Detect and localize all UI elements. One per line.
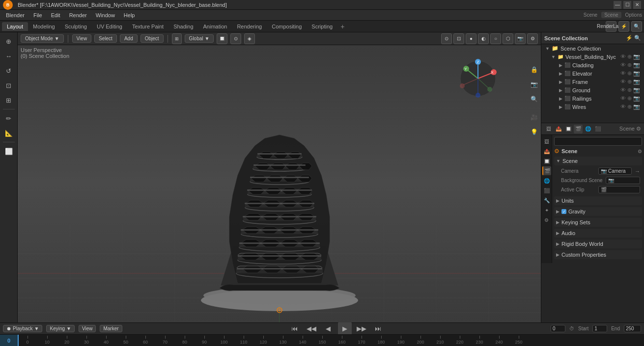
cladding-eye-icon[interactable]: 👁 [620, 62, 626, 68]
viewport-camera-button[interactable]: 📷 [515, 33, 526, 44]
outliner-item-railings[interactable]: ▶ ⬛ Railings 👁 ⊕ 📷 [541, 94, 644, 103]
object-menu-button[interactable]: Object [140, 34, 164, 43]
wires-pointer-icon[interactable]: ⊕ [627, 104, 632, 110]
select-menu-button[interactable]: Select [94, 34, 117, 43]
next-keyframe-button[interactable]: ▶▶ [355, 322, 368, 336]
rigid-body-header[interactable]: ▶ Rigid Body World [554, 240, 642, 248]
render-props-button[interactable]: 🖼 [544, 125, 553, 133]
object-props-button[interactable]: ⬛ [593, 125, 602, 133]
current-frame-input[interactable] [551, 325, 565, 332]
tab-texture-paint[interactable]: Texture Paint [127, 22, 168, 31]
transform-tool-button[interactable]: ⊞ [2, 93, 16, 107]
railings-eye-icon[interactable]: 👁 [620, 95, 626, 102]
menu-render[interactable]: Render [65, 11, 91, 19]
elevator-eye-icon[interactable]: 👁 [620, 70, 626, 77]
keying-button[interactable]: Keying ▼ [46, 325, 74, 332]
outliner-item-frame[interactable]: ▶ ⬛ Frame 👁 ⊕ 📷 [541, 78, 644, 86]
tab-animation[interactable]: Animation [198, 22, 232, 31]
maximize-button[interactable]: ☐ [623, 1, 631, 9]
output-props-button[interactable]: 📤 [554, 125, 563, 133]
zoom-button[interactable]: 🔍 [527, 92, 541, 106]
props-search-input[interactable] [554, 137, 642, 146]
outliner-filter-button[interactable]: ⚡ [626, 35, 633, 41]
navigation-gizmo[interactable]: X Y Z [458, 59, 498, 98]
keying-sets-header[interactable]: ▶ Keying Sets [554, 218, 642, 227]
filter-icon[interactable]: ⚡ [618, 21, 629, 32]
lamp-button[interactable]: 💡 [527, 125, 541, 139]
marker-button[interactable]: Marker [100, 325, 122, 332]
scene-icon-btn[interactable]: 🎬 [542, 166, 551, 175]
viewport-shading-extra[interactable]: ⬡ [503, 33, 513, 44]
menu-blender[interactable]: Blender [2, 11, 28, 19]
close-button[interactable]: ✕ [633, 1, 641, 9]
cursor-tool-button[interactable]: ⊕ [2, 34, 16, 48]
menu-edit[interactable]: Edit [47, 11, 64, 19]
tab-rendering[interactable]: Rendering [232, 22, 267, 31]
wires-render-icon[interactable]: 📷 [633, 104, 640, 110]
proportional-edit-button[interactable]: ⊙ [230, 33, 241, 44]
transform-icon[interactable]: ⊞ [172, 33, 182, 44]
particle-icon-btn[interactable]: ✦ [542, 206, 551, 214]
vessel-eye-icon[interactable]: 👁 [620, 53, 626, 60]
start-frame-input[interactable] [592, 325, 607, 332]
world-props-button[interactable]: 🌐 [584, 125, 592, 133]
units-header[interactable]: ▶ Units [554, 196, 642, 205]
scene-subsection-header[interactable]: ▼ Scene [554, 157, 642, 165]
cladding-render-icon[interactable]: 📷 [633, 62, 640, 68]
timeline-playhead[interactable] [18, 335, 19, 346]
tab-shading[interactable]: Shading [168, 22, 198, 31]
viewport-3d[interactable]: Object Mode ▼ View Select Add Object ⊞ G… [18, 32, 541, 322]
viewport-shading-material[interactable]: ◐ [478, 33, 489, 44]
ground-eye-icon[interactable]: 👁 [620, 87, 626, 93]
outliner-item-cladding[interactable]: ▶ ⬛ Cladding 👁 ⊕ 📷 [541, 61, 644, 69]
add-menu-button[interactable]: Add [120, 34, 138, 43]
view-menu-button[interactable]: View [72, 34, 92, 43]
jump-end-button[interactable]: ⏭ [371, 322, 385, 336]
outliner-search-button[interactable]: 🔍 [634, 35, 641, 41]
outliner-item-vessel[interactable]: ▼ 📁 Vessel_Building_Nyc 👁 ⊕ 📷 [541, 53, 644, 61]
annotate-tool-button[interactable]: ✏ [2, 111, 16, 125]
tab-uv-editing[interactable]: UV Editing [92, 22, 127, 31]
viewport-settings-button[interactable]: ⚙ [527, 33, 538, 44]
transform-pivot-button[interactable]: ◈ [244, 33, 255, 44]
scene-props-button[interactable]: 🎬 [574, 125, 583, 133]
global-transform-button[interactable]: Global ▼ [185, 34, 214, 43]
outliner-item-wires[interactable]: ▶ ⬛ Wires 👁 ⊕ 📷 [541, 103, 644, 111]
scale-tool-button[interactable]: ⊡ [2, 79, 16, 92]
physics-icon-btn[interactable]: ⚙ [542, 215, 551, 224]
rotate-tool-button[interactable]: ↺ [2, 64, 16, 78]
active-clip-value[interactable]: 🎬 [598, 186, 640, 193]
play-reverse-button[interactable]: ◀ [321, 322, 335, 336]
outliner-item-elevator[interactable]: ▶ ⬛ Elevator 👁 ⊕ 📷 [541, 69, 644, 78]
tab-modeling[interactable]: Modeling [28, 22, 60, 31]
output-icon-btn[interactable]: 📤 [542, 147, 551, 156]
menu-file[interactable]: File [29, 11, 46, 19]
viewport-shading-solid[interactable]: ● [466, 33, 476, 44]
camera-orbit-button[interactable]: 📷 [527, 78, 541, 91]
frame-pointer-icon[interactable]: ⊕ [627, 79, 632, 85]
view-lock-button[interactable]: 🔒 [527, 63, 541, 77]
scene-selector[interactable]: Scene [601, 12, 621, 18]
railings-render-icon[interactable]: 📷 [633, 95, 640, 102]
snap-button[interactable]: 🔲 [217, 33, 227, 44]
viewport-gizmo-button[interactable]: ⊙ [441, 33, 452, 44]
view-layer-props-button[interactable]: 🔲 [564, 125, 573, 133]
menu-window[interactable]: Window [92, 11, 119, 19]
search-icon-ws[interactable]: 🔍 [631, 21, 642, 32]
object-mode-button[interactable]: Object Mode ▼ [21, 34, 64, 43]
cladding-pointer-icon[interactable]: ⊕ [627, 62, 632, 68]
options-btn[interactable]: Options [625, 12, 642, 18]
playback-button[interactable]: ⏺ Playback ▼ [3, 325, 42, 332]
add-workspace-button[interactable]: + [337, 22, 347, 31]
timeline-view-button[interactable]: View [79, 325, 96, 332]
wires-eye-icon[interactable]: 👁 [620, 104, 626, 110]
props-settings-icon[interactable]: ⚙ [636, 126, 641, 132]
vessel-pointer-icon[interactable]: ⊕ [627, 53, 632, 60]
tab-scripting[interactable]: Scripting [307, 22, 337, 31]
audio-header[interactable]: ▶ Audio [554, 229, 642, 238]
render-icon-btn[interactable]: 🖼 [542, 137, 551, 146]
ground-render-icon[interactable]: 📷 [633, 87, 640, 93]
menu-help[interactable]: Help [120, 11, 139, 19]
bg-scene-value[interactable]: 📷 [606, 177, 640, 184]
move-tool-button[interactable]: ↔ [2, 49, 16, 63]
